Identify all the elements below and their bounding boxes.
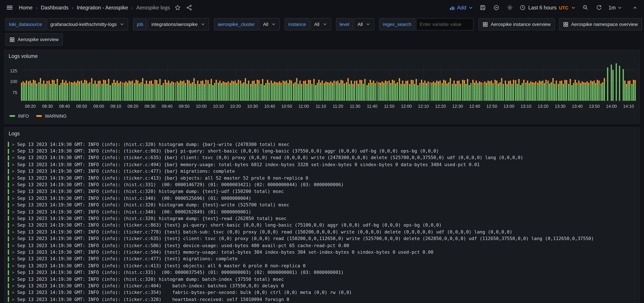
chart-bar-warning <box>188 81 190 83</box>
chart-bar-warning <box>74 82 75 83</box>
chart-bar-info <box>286 82 287 101</box>
chart-bar-info <box>152 86 154 101</box>
chart-bar-info <box>163 84 164 101</box>
chart-bar-info <box>537 86 538 101</box>
chart-bar-warning <box>69 82 70 84</box>
log-row[interactable]: >Sep 13 2023 14:19:30 GMT: INFO (info): … <box>8 195 640 202</box>
chart-bar-info <box>176 83 178 101</box>
chart-bar-info <box>404 87 405 101</box>
dashboard-link-aerospike-overview[interactable]: Aerospike overview <box>6 33 63 46</box>
chart-bar-info <box>570 82 571 101</box>
chart-bar-info <box>270 83 272 101</box>
log-row[interactable]: >Sep 13 2023 14:19:30 GMT: INFO (info): … <box>8 141 640 148</box>
chart-bar-info <box>267 83 268 101</box>
panel-header[interactable]: Logs volume <box>4 50 640 62</box>
chart-bar-warning <box>262 79 263 82</box>
variable-value-dropdown-instance[interactable]: All <box>310 18 331 30</box>
chart-bar-info <box>58 87 60 101</box>
add-button[interactable]: Add <box>449 5 473 11</box>
chart-bar-warning <box>248 81 249 83</box>
log-row[interactable]: >Sep 13 2023 14:19:30 GMT: INFO (info): … <box>8 181 640 188</box>
variable-value-dropdown-loki-datasource[interactable]: grafanacloud-keithschmitty-logs <box>46 18 128 30</box>
breadcrumb-item-dashboards[interactable]: Dashboards <box>41 5 68 11</box>
chart-bar-info <box>124 85 124 101</box>
log-row[interactable]: >Sep 13 2023 14:19:30 GMT: INFO (info): … <box>8 175 640 181</box>
log-row[interactable]: >Sep 13 2023 14:19:30 GMT: INFO (info): … <box>8 215 640 222</box>
log-row[interactable]: >Sep 13 2023 14:19:30 GMT: INFO (info): … <box>8 262 640 269</box>
log-row[interactable]: >Sep 13 2023 14:19:30 GMT: INFO (info): … <box>8 188 640 195</box>
panel-header[interactable]: Logs <box>4 127 640 139</box>
log-level-indicator-info <box>8 202 9 207</box>
chart-bar-info <box>385 83 386 101</box>
chart-bar-warning <box>182 82 183 85</box>
log-row[interactable]: >Sep 13 2023 14:19:30 GMT: INFO (info): … <box>8 235 640 242</box>
variable-input-regex-search[interactable] <box>416 18 474 30</box>
chart-bar-warning <box>464 80 465 84</box>
log-row[interactable]: >Sep 13 2023 14:19:30 GMT: INFO (info): … <box>8 283 640 289</box>
log-row[interactable]: >Sep 13 2023 14:19:30 GMT: INFO (info): … <box>8 155 640 161</box>
log-row[interactable]: >Sep 13 2023 14:19:30 GMT: INFO (info): … <box>8 229 640 235</box>
log-row[interactable]: >Sep 13 2023 14:19:30 GMT: INFO (info): … <box>8 168 640 175</box>
log-row[interactable]: >Sep 13 2023 14:19:30 GMT: INFO (info): … <box>8 242 640 249</box>
chart-bar-info <box>375 86 376 101</box>
chart-bar-warning <box>101 84 102 86</box>
apps-icon <box>563 22 568 27</box>
x-axis-label: 10:40 <box>264 104 275 109</box>
dashboard-settings-button[interactable] <box>506 4 514 12</box>
log-row[interactable]: >Sep 13 2023 14:19:30 GMT: INFO (info): … <box>8 276 640 283</box>
collapse-toolbar-button[interactable] <box>631 4 638 11</box>
refresh-button[interactable] <box>595 4 603 12</box>
variable-level: levelAll <box>336 18 374 30</box>
chart-plot-area[interactable] <box>21 63 636 101</box>
log-row[interactable]: >Sep 13 2023 14:19:30 GMT: INFO (info): … <box>8 148 640 155</box>
chart-bar-warning <box>558 84 559 87</box>
chart-bar-warning <box>146 81 147 83</box>
variable-value-dropdown-job[interactable]: integrations/aerospike <box>148 18 209 30</box>
chart-bar-warning <box>54 80 55 84</box>
x-axis-label: 12:40 <box>469 104 480 109</box>
chart-bar-info <box>192 84 193 101</box>
add-button-label: Add <box>457 5 466 11</box>
log-row[interactable]: >Sep 13 2023 14:19:30 GMT: INFO (info): … <box>8 161 640 168</box>
chart-bar-info <box>84 84 86 101</box>
chart-bar-info <box>364 82 366 101</box>
time-range-picker[interactable]: Last 6 hours UTC <box>520 5 576 11</box>
chart-bar-info <box>558 87 559 101</box>
breadcrumb-item-integration-aerospike[interactable]: Integration - Aerospike <box>77 5 128 11</box>
dashboard-link-aerospike-namespace-overview[interactable]: Aerospike namespace overview <box>559 18 642 30</box>
legend-item-warning[interactable]: WARNING <box>36 113 66 118</box>
chart-bar-warning <box>501 78 502 82</box>
log-row[interactable]: >Sep 13 2023 14:19:30 GMT: INFO (info): … <box>8 296 640 303</box>
refresh-interval-dropdown[interactable]: 1m <box>608 5 622 11</box>
dashboard-insights-button[interactable] <box>492 4 500 12</box>
log-row[interactable]: >Sep 13 2023 14:19:30 GMT: INFO (info): … <box>8 255 640 262</box>
log-row[interactable]: >Sep 13 2023 14:19:30 GMT: INFO (info): … <box>8 269 640 276</box>
log-text: Sep 13 2023 14:19:30 GMT: INFO (info): (… <box>17 290 352 295</box>
favorite-star-button[interactable] <box>174 4 182 12</box>
log-row[interactable]: >Sep 13 2023 14:19:30 GMT: INFO (info): … <box>8 202 640 208</box>
share-dashboard-button[interactable] <box>185 4 193 12</box>
save-dashboard-button[interactable] <box>479 4 487 12</box>
variable-value-dropdown-level[interactable]: All <box>354 18 374 30</box>
chart-bar-warning <box>359 80 360 82</box>
chart-bar-info <box>424 83 426 101</box>
chart-bar-info <box>40 82 41 101</box>
legend-item-info[interactable]: INFO <box>10 113 29 118</box>
log-row[interactable]: >Sep 13 2023 14:19:30 GMT: INFO (info): … <box>8 222 640 229</box>
expand-log-icon: > <box>12 270 16 275</box>
variable-value-dropdown-aerospike-cluster[interactable]: All <box>259 18 280 30</box>
chart-bar-info <box>528 86 530 101</box>
log-row[interactable]: >Sep 13 2023 14:19:30 GMT: INFO (info): … <box>8 249 640 255</box>
chart-bar-info <box>410 83 412 101</box>
breadcrumb-item-home[interactable]: Home <box>19 5 32 11</box>
y-axis: 75100125 <box>8 63 18 101</box>
zoom-out-button[interactable] <box>582 4 589 12</box>
chart-bar-warning <box>426 83 427 86</box>
log-row[interactable]: >Sep 13 2023 14:19:30 GMT: INFO (info): … <box>8 289 640 296</box>
chart-bar-warning <box>98 81 99 83</box>
chart-bar-warning <box>303 81 304 83</box>
dashboard-link-aerospike-instance-overview[interactable]: Aerospike instance overview <box>478 18 555 30</box>
chart-bar-warning <box>221 83 222 86</box>
log-row[interactable]: >Sep 13 2023 14:19:30 GMT: INFO (info): … <box>8 208 640 215</box>
menu-toggle-button[interactable] <box>6 3 14 12</box>
